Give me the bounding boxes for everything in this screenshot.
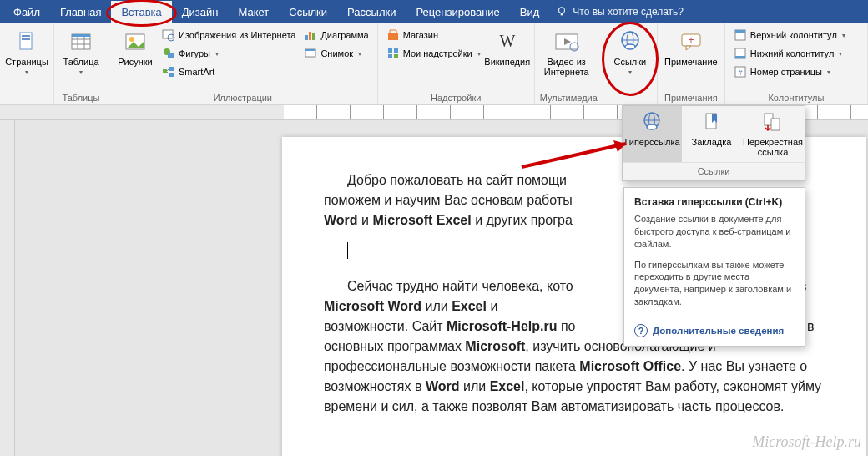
tell-me-search[interactable]: Что вы хотите сделать? [556,6,684,18]
screenshot-icon [304,47,317,60]
tab-layout[interactable]: Макет [228,1,279,23]
svg-rect-1 [561,13,563,16]
comment-icon: + [678,28,704,55]
tab-view[interactable]: Вид [510,1,550,23]
tab-review[interactable]: Рецензирование [406,1,509,23]
group-media: Видео из Интернета Мультимедиа [535,23,603,104]
header-icon [734,28,747,42]
footer-icon [734,47,747,60]
svg-rect-10 [72,34,90,37]
svg-point-0 [559,8,565,13]
hyperlink-button[interactable]: Гиперссылка [623,106,682,162]
svg-point-39 [625,44,635,49]
pages-icon [13,28,40,55]
svg-text:W: W [499,33,515,50]
svg-rect-3 [22,35,30,37]
tab-references[interactable]: Ссылки [279,1,337,23]
svg-rect-24 [312,33,315,40]
svg-point-12 [129,37,134,42]
page-number-icon: # [734,65,747,79]
help-icon: ? [634,324,648,337]
bookmark-button[interactable]: Закладка [682,106,741,162]
wikipedia-icon: W [494,28,521,55]
svg-rect-26 [305,49,315,51]
svg-rect-19 [169,73,174,77]
svg-rect-56 [771,119,780,130]
group-illustrations: Рисунки Изображения из Интернета Фигуры▾… [108,23,378,104]
text-cursor [347,242,348,259]
tab-home[interactable]: Главная [50,1,111,23]
svg-rect-23 [309,32,311,40]
video-icon [553,28,580,55]
svg-rect-17 [163,69,167,73]
wikipedia-button[interactable]: W Википедия [486,27,529,91]
group-comments: + Примечание Примечания [658,23,725,104]
svg-rect-44 [735,30,745,33]
store-button[interactable]: Магазин [383,27,484,43]
footer-button[interactable]: Нижний колонтитул▾ [730,45,849,62]
svg-line-20 [167,68,169,71]
lightbulb-icon [556,6,568,18]
tab-insert[interactable]: Вставка [111,1,171,23]
table-icon [68,28,94,55]
smartart-button[interactable]: SmartArt [159,63,299,80]
svg-line-21 [167,72,169,74]
online-pictures-button[interactable]: Изображения из Интернета [159,27,299,43]
comment-button[interactable]: + Примечание [663,27,719,91]
store-icon [386,28,400,42]
svg-rect-27 [388,33,398,40]
svg-rect-31 [394,54,398,58]
svg-rect-28 [388,48,392,53]
hyperlink-tooltip: Вставка гиперссылки (Ctrl+K) Создание сс… [623,187,805,347]
svg-text:#: # [738,68,742,77]
table-button[interactable]: Таблица▾ [59,27,103,91]
tab-design[interactable]: Дизайн [172,1,229,23]
svg-marker-41 [686,46,691,50]
pictures-icon [122,28,149,55]
svg-rect-4 [22,38,30,40]
tab-file[interactable]: Файл [3,1,50,23]
pictures-button[interactable]: Рисунки [114,27,157,91]
svg-rect-46 [735,56,745,58]
vertical-ruler[interactable] [0,120,15,456]
shapes-button[interactable]: Фигуры▾ [159,45,299,62]
links-dropdown: Гиперссылка Закладка Перекрестная ссылка… [622,105,805,181]
chart-icon [304,28,317,42]
svg-rect-16 [168,53,174,58]
group-pages: Страницы▾ [0,23,54,104]
group-tables: Таблица▾ Таблицы [54,23,108,104]
group-links: Ссылки▾ [603,23,658,104]
addins-icon [386,47,400,60]
crossref-icon [761,111,785,134]
svg-point-52 [647,124,657,129]
header-button[interactable]: Верхний колонтитул▾ [730,27,849,43]
link-icon [617,28,643,55]
hyperlink-icon [641,111,664,134]
svg-rect-22 [305,35,308,40]
more-info-link[interactable]: ? Дополнительные сведения [634,317,795,337]
tab-mailings[interactable]: Рассылки [337,1,406,23]
screenshot-button[interactable]: Снимок▾ [300,45,371,62]
my-addins-button[interactable]: Мои надстройки▾ [383,45,484,62]
online-pictures-icon [162,28,175,42]
smartart-icon [162,65,175,79]
online-video-button[interactable]: Видео из Интернета [540,27,593,91]
svg-rect-30 [388,54,392,58]
shapes-icon [162,47,175,60]
ribbon-body: Страницы▾ Таблица▾ Таблицы Рисунки Изобр… [0,23,868,105]
ribbon-tabs: Файл Главная Вставка Дизайн Макет Ссылки… [0,0,868,23]
svg-text:+: + [688,34,694,46]
group-headerfooter: Верхний колонтитул▾ Нижний колонтитул▾ #… [725,23,868,104]
svg-rect-29 [394,48,398,53]
pages-button[interactable]: Страницы▾ [5,27,48,91]
crossref-button[interactable]: Перекрестная ссылка [741,106,805,162]
chart-button[interactable]: Диаграмма [300,27,371,43]
svg-rect-18 [169,67,174,71]
bookmark-icon [700,111,724,134]
links-button[interactable]: Ссылки▾ [608,27,652,91]
group-addins: Магазин Мои надстройки▾ W Википедия Надс… [378,23,535,104]
page-number-button[interactable]: # Номер страницы▾ [730,63,849,80]
